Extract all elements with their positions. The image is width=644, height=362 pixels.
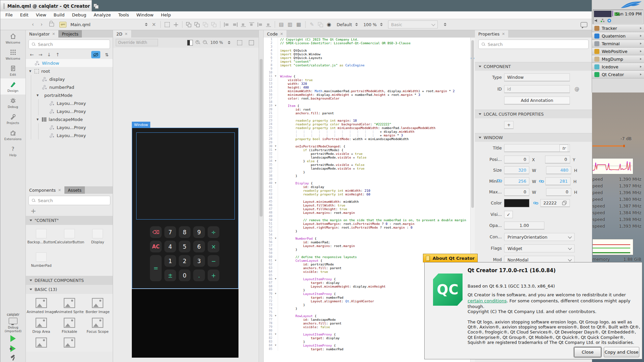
section-content[interactable]: "CONTENT" [26, 216, 113, 225]
deskbar-app-quaternion[interactable]: Quaternion [592, 32, 644, 40]
sidebar-item-extensions[interactable]: Extensions [0, 127, 25, 143]
deskbar-app-tracker[interactable]: Tracker [592, 24, 644, 32]
forward-icon[interactable]: › [37, 22, 46, 27]
zoom-out-icon[interactable]: − [203, 40, 208, 45]
calc-key-1[interactable]: 1 [164, 255, 176, 267]
style-dropdown[interactable]: Basic [388, 20, 438, 28]
zoom-spinner[interactable] [380, 23, 383, 26]
visibility-toggle-button[interactable] [91, 51, 100, 58]
copy-format-icon[interactable] [203, 22, 208, 27]
align-right-icon[interactable] [232, 22, 237, 27]
open-document-label[interactable]: Main.qml [70, 22, 91, 27]
selection-tool-icon[interactable] [165, 22, 170, 27]
component-section-header[interactable]: COMPONENT [475, 62, 592, 71]
component-item-focus-scope[interactable]: Focus Scope [84, 316, 112, 336]
override-width-field[interactable]: Override Width [116, 39, 158, 46]
component-item-display[interactable]: Display [84, 227, 112, 250]
tab-navigator[interactable]: Navigator✕ [26, 30, 58, 38]
fold-marker[interactable]: ▼ [273, 148, 278, 152]
calc-key-−[interactable]: − [208, 255, 219, 267]
deskbar-app-qt-creator[interactable]: Qt Creator [592, 71, 644, 78]
reverse-order-icon[interactable]: ⇅ [105, 52, 109, 57]
kit-monitor-icon[interactable] [9, 318, 17, 324]
workspace-icon[interactable] [594, 11, 611, 17]
window-title-tab[interactable]: Main.qml @ calqlatr - Qt Creator [0, 0, 92, 12]
sidebar-item-welcome-2[interactable]: Welcome [0, 46, 25, 62]
debug-run-button[interactable] [10, 345, 16, 352]
window-section-header[interactable]: WINDOW [475, 133, 592, 142]
size-w-field[interactable]: 320 [504, 166, 529, 174]
grid-icon[interactable]: ▦ [294, 22, 303, 27]
move-tool-icon[interactable] [174, 22, 178, 27]
deskbar-leaf-zone[interactable] [592, 0, 644, 9]
calc-key-±[interactable]: ± [164, 269, 176, 281]
target-icon[interactable]: ◉ [325, 22, 333, 27]
tab-assets[interactable]: Assets [64, 186, 85, 194]
lock-icon[interactable] [49, 23, 54, 26]
copy-and-close-button[interactable]: Copy and Close [604, 347, 639, 357]
dialog-close-button[interactable] [426, 256, 430, 261]
tab-components[interactable]: Components✕ [26, 186, 64, 194]
section-default-components[interactable]: DEFAULT COMPONENTS [26, 276, 113, 285]
close-button[interactable]: Close [574, 347, 601, 357]
component-item-partial[interactable] [55, 336, 84, 350]
deskbar-clock[interactable]: Sun 1:09 PM [615, 11, 642, 16]
deskbar-app-icedove[interactable]: Icedove [592, 63, 644, 71]
component-item-partial[interactable] [27, 336, 55, 350]
close-icon[interactable]: ✕ [502, 32, 505, 36]
fit-selection-icon[interactable] [237, 40, 242, 45]
fold-marker[interactable]: ▼ [273, 292, 278, 296]
menu-file[interactable]: File [2, 11, 16, 19]
type-field[interactable]: Window [504, 73, 570, 81]
zoom-in-icon[interactable]: + [196, 40, 200, 45]
sidebar-item-welcome[interactable]: Welcome [0, 30, 25, 46]
id-field[interactable]: id [504, 85, 570, 93]
component-item-backsp---button[interactable]: Backsp...Button [27, 227, 55, 250]
color-swatch[interactable] [504, 199, 529, 207]
flags-dropdown[interactable]: Widget [504, 244, 575, 252]
calc-key-÷[interactable]: ÷ [208, 226, 219, 238]
menu-analyze[interactable]: Analyze [90, 11, 114, 19]
close-icon[interactable]: ✕ [280, 32, 283, 36]
copy-icon[interactable] [562, 201, 567, 205]
fold-marker[interactable]: ▼ [273, 159, 278, 163]
calc-key-+[interactable]: + [208, 269, 219, 281]
expander-icon[interactable]: ▼ [29, 70, 32, 73]
link-icon[interactable] [539, 178, 544, 185]
paste-style-icon[interactable] [195, 22, 200, 27]
calc-key-9[interactable]: 9 [193, 226, 205, 238]
color-hex-field[interactable]: 22222 [540, 199, 570, 207]
fold-marker[interactable]: ▼ [273, 144, 278, 148]
component-item-flickable[interactable]: Flickable [55, 316, 84, 336]
selected-item-tag[interactable]: Window [132, 122, 150, 128]
add-property-button[interactable]: + [504, 121, 514, 129]
move-down-icon[interactable]: ↓ [47, 52, 51, 57]
pos-y-field[interactable]: 0 [545, 156, 570, 164]
menu-view[interactable]: View [32, 11, 50, 19]
tree-item-portraitmode[interactable]: ▼portraitMode [26, 91, 113, 99]
volume-tray-icon[interactable] [594, 18, 599, 22]
distribute-horizontal-icon[interactable] [258, 22, 263, 27]
visible-checkbox[interactable]: ✓ [504, 211, 513, 218]
menu-help[interactable]: Help [157, 11, 175, 19]
menu-window[interactable]: Window [132, 11, 157, 19]
local-properties-header[interactable]: LOCAL CUSTOM PROPERTIES [475, 110, 592, 118]
align-left-icon[interactable] [224, 22, 229, 27]
tab-properties[interactable]: Properties✕ [475, 30, 508, 38]
calc-key-.[interactable]: . [193, 269, 205, 281]
deskbar-app-msgdump[interactable]: MsgDump [592, 55, 644, 63]
title-field[interactable]: tr [504, 144, 570, 152]
window-close-button[interactable] [4, 3, 4, 9]
calc-key-×[interactable]: × [208, 241, 219, 252]
run-button[interactable] [10, 335, 16, 342]
tab-2d[interactable]: 2D✕ [113, 30, 131, 38]
feedback-bubble-icon[interactable] [581, 22, 587, 27]
align-top-icon[interactable] [241, 22, 246, 27]
fold-marker[interactable]: ▼ [273, 237, 278, 240]
orientation-dropdown[interactable]: PrimaryOrientation [504, 233, 575, 241]
tree-item-layou---proxy[interactable]: Layou...Proxy [26, 123, 113, 131]
components-search-input[interactable]: Search [29, 196, 110, 205]
sidebar-item-projects[interactable]: Projects [0, 111, 25, 127]
distribute-vertical-icon[interactable] [266, 22, 271, 27]
copy-style-icon[interactable] [186, 22, 191, 27]
